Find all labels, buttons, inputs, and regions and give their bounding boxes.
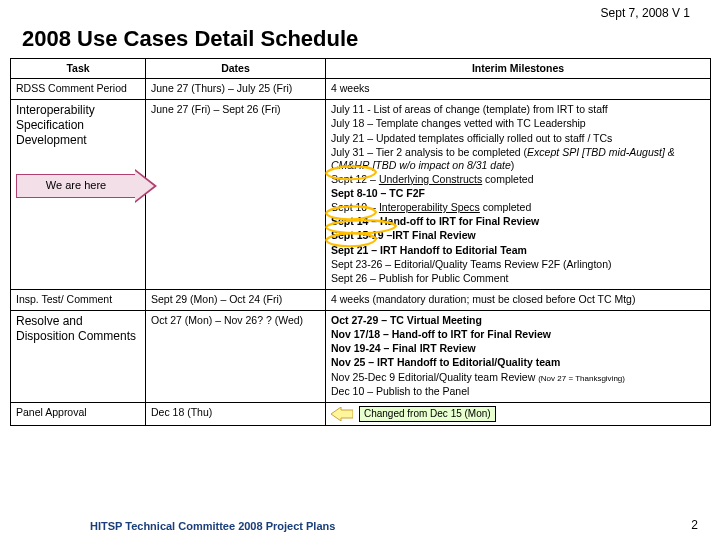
table-row: Interoperability Specification Developme… xyxy=(11,100,711,290)
milestone-line: Sept 26 – Publish for Public Comment xyxy=(331,272,705,285)
table-row: Panel Approval Dec 18 (Thu) Changed from… xyxy=(11,402,711,426)
dates-cell: June 27 (Fri) – Sept 26 (Fri) xyxy=(146,100,326,290)
task-cell: Panel Approval xyxy=(11,402,146,426)
task-cell: Insp. Test/ Comment xyxy=(11,289,146,310)
milestone-line: Sept 15-19 –IRT Final Review xyxy=(331,229,705,242)
dates-cell: Sept 29 (Mon) – Oct 24 (Fri) xyxy=(146,289,326,310)
milestone-line: Sept 12 – Underlying Constructs complete… xyxy=(331,173,705,186)
milestones-cell: Changed from Dec 15 (Mon) xyxy=(326,402,711,426)
task-cell: Interoperability Specification Developme… xyxy=(11,100,146,290)
milestone-line: Dec 10 – Publish to the Panel xyxy=(331,385,705,398)
milestone-line: July 31 – Tier 2 analysis to be complete… xyxy=(331,146,705,172)
col-task: Task xyxy=(11,59,146,79)
task-text: Interoperability Specification Developme… xyxy=(16,103,140,148)
col-dates: Dates xyxy=(146,59,326,79)
page-title: 2008 Use Cases Detail Schedule xyxy=(22,26,358,52)
milestones-cell: 4 weeks xyxy=(326,79,711,100)
task-cell: RDSS Comment Period xyxy=(11,79,146,100)
milestone-line: July 18 – Template changes vetted with T… xyxy=(331,117,705,130)
dates-cell: June 27 (Thurs) – July 25 (Fri) xyxy=(146,79,326,100)
left-arrow-icon xyxy=(331,407,353,421)
we-are-here-arrow: We are here xyxy=(16,174,166,198)
milestone-line: Nov 19-24 – Final IRT Review xyxy=(331,342,705,355)
milestone-line: Oct 27-29 – TC Virtual Meeting xyxy=(331,314,705,327)
page-number: 2 xyxy=(691,518,698,532)
milestone-line: Nov 25 – IRT Handoff to Editorial/Qualit… xyxy=(331,356,705,369)
milestone-line: July 11 - List of areas of change (templ… xyxy=(331,103,705,116)
milestone-line: Sept 21 – IRT Handoff to Editorial Team xyxy=(331,244,705,257)
col-milestones: Interim Milestones xyxy=(326,59,711,79)
milestones-cell: Oct 27-29 – TC Virtual Meeting Nov 17/18… xyxy=(326,311,711,403)
arrow-label: We are here xyxy=(46,179,106,193)
footer-text: HITSP Technical Committee 2008 Project P… xyxy=(90,520,335,532)
milestone-line: Nov 25-Dec 9 Editorial/Quality team Revi… xyxy=(331,371,705,384)
milestone-line: Nov 17/18 – Hand-off to IRT for Final Re… xyxy=(331,328,705,341)
header-row: Task Dates Interim Milestones xyxy=(11,59,711,79)
milestone-line: Sept 23-26 – Editorial/Quality Teams Rev… xyxy=(331,258,705,271)
milestone-line: 4 weeks (mandatory duration; must be clo… xyxy=(331,293,705,306)
svg-marker-0 xyxy=(331,407,353,421)
dates-cell: Oct 27 (Mon) – Nov 26? ? (Wed) xyxy=(146,311,326,403)
milestone-line: Sept 10 – Interoperability Specs complet… xyxy=(331,201,705,214)
milestones-cell: 4 weeks (mandatory duration; must be clo… xyxy=(326,289,711,310)
table-row: RDSS Comment Period June 27 (Thurs) – Ju… xyxy=(11,79,711,100)
dates-cell: Dec 18 (Thu) xyxy=(146,402,326,426)
task-cell: Resolve and Disposition Comments xyxy=(11,311,146,403)
table-row: Resolve and Disposition Comments Oct 27 … xyxy=(11,311,711,403)
milestone-line: July 21 – Updated templates officially r… xyxy=(331,132,705,145)
milestones-cell: July 11 - List of areas of change (templ… xyxy=(326,100,711,290)
milestone-line: Sept 14 – Hand-off to IRT for Final Revi… xyxy=(331,215,705,228)
header-date: Sept 7, 2008 V 1 xyxy=(601,6,690,20)
slide: Sept 7, 2008 V 1 2008 Use Cases Detail S… xyxy=(0,0,720,540)
table-row: Insp. Test/ Comment Sept 29 (Mon) – Oct … xyxy=(11,289,711,310)
changed-note: Changed from Dec 15 (Mon) xyxy=(359,406,496,423)
milestone-line: Sept 8-10 – TC F2F xyxy=(331,187,705,200)
schedule-table: Task Dates Interim Milestones RDSS Comme… xyxy=(10,58,711,426)
milestone-line: 4 weeks xyxy=(331,82,705,95)
